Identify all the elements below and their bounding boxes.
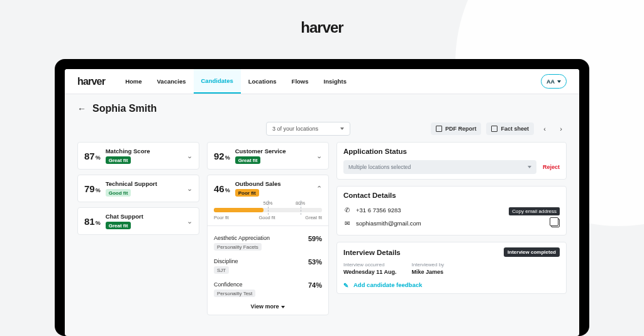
score-label: Technical Support (106, 180, 182, 187)
toolbar: 3 of your locations PDF Report Fact shee… (77, 122, 567, 136)
add-feedback-button[interactable]: Add candidate feedback (343, 281, 560, 288)
nav-item-locations[interactable]: Locations (241, 69, 284, 94)
nav-items: Home Vacancies Candidates Locations Flow… (118, 69, 354, 94)
score-column-a: 87% Matching Score Great fit ⌄ 79% Techn… (77, 142, 199, 235)
score-value: 87% (84, 151, 101, 161)
application-status-title: Application Status (343, 148, 560, 155)
page-title: Sophia Smith (92, 103, 157, 114)
chevron-down-icon[interactable]: ⌄ (316, 152, 322, 160)
interviewed-by-value: Mike James (412, 269, 445, 275)
fit-bar-track: 50% 80% (214, 208, 322, 212)
facet-title: Aesthetic Appreciation (214, 235, 270, 241)
status-select-label: Multiple locations selected (348, 164, 411, 170)
score-card-chat-support[interactable]: 81% Chat Support Great fit ⌄ (77, 207, 199, 235)
mail-icon: ✉ (343, 220, 351, 227)
screen: harver Home Vacancies Candidates Locatio… (65, 69, 579, 336)
facet-value: 59% (308, 235, 322, 242)
top-nav: harver Home Vacancies Candidates Locatio… (65, 69, 579, 94)
score-label: Chat Support (106, 213, 182, 220)
contact-details-card: Contact Details ✆ +31 6 7356 9283 ✉ soph… (336, 186, 567, 236)
phone-icon: ✆ (343, 207, 351, 214)
score-card-customer-service[interactable]: 92% Customer Service Great fit ⌄ (207, 142, 329, 170)
score-card-matching[interactable]: 87% Matching Score Great fit ⌄ (77, 142, 199, 170)
facet-tag: Personality Facets (214, 243, 262, 251)
chevron-down-icon[interactable]: ⌄ (187, 185, 192, 193)
device-frame: harver Home Vacancies Candidates Locatio… (55, 59, 589, 336)
fit-badge: Great fit (106, 156, 131, 164)
locations-dropdown[interactable]: 3 of your locations (266, 122, 350, 136)
interview-details-card: Interview Details Interview completed In… (336, 242, 567, 294)
copy-email-button[interactable] (551, 219, 560, 227)
fit-badge: Great fit (235, 156, 261, 164)
email-value: sophiasmith@gmail.com (356, 220, 421, 227)
fit-badge: Great fit (106, 222, 131, 229)
fit-badge: Poor fit (235, 189, 259, 197)
application-status-card: Application Status Multiple locations se… (336, 142, 567, 180)
right-column: Application Status Multiple locations se… (336, 142, 567, 294)
chevron-down-icon[interactable]: ⌄ (187, 217, 192, 225)
facet-value: 53% (308, 258, 322, 266)
pdf-icon (436, 126, 442, 132)
content: ← Sophia Smith 3 of your locations PDF R… (65, 94, 579, 336)
status-select[interactable]: Multiple locations selected (343, 160, 536, 174)
pdf-report-button[interactable]: PDF Report (431, 122, 482, 135)
facet-row: Discipline SJT 53% (214, 254, 322, 278)
chevron-down-icon (557, 80, 561, 83)
interviewed-by-label: Interviewed by (412, 262, 445, 268)
score-value: 46% (214, 183, 230, 194)
tick-50-label: 50% (263, 200, 272, 206)
fit-bar-legend: Poor fit Good fit Great fit (214, 215, 322, 220)
title-row: ← Sophia Smith (77, 103, 567, 114)
score-column-b: 92% Customer Service Great fit ⌄ 46% Out… (207, 142, 329, 315)
back-button[interactable]: ← (77, 104, 86, 113)
facet-title: Confidence (214, 281, 255, 288)
score-card-outbound-sales: 46% Outbound Sales Poor fit ⌃ 50 (207, 175, 329, 315)
fit-badge: Good fit (106, 189, 131, 197)
score-value: 92% (214, 151, 230, 161)
contact-email-row: ✉ sophiasmith@gmail.com Copy email addre… (343, 216, 560, 230)
user-menu[interactable]: AA (541, 74, 567, 89)
facet-tag: Personailty Test (214, 290, 255, 297)
phone-value: +31 6 7356 9283 (356, 207, 401, 214)
interview-status-chip: Interview completed (504, 247, 560, 257)
user-initials: AA (547, 79, 555, 85)
chevron-down-icon (340, 127, 344, 130)
facet-value: 74% (308, 281, 322, 289)
fact-sheet-label: Fact sheet (501, 126, 529, 132)
view-more-button[interactable]: View more (214, 301, 322, 310)
add-feedback-label: Add candidate feedback (353, 281, 422, 288)
tick-80-label: 80% (296, 200, 305, 206)
nav-item-flows[interactable]: Flows (284, 69, 316, 94)
nav-item-home[interactable]: Home (118, 69, 149, 94)
pager-prev[interactable]: ‹ (539, 123, 550, 134)
facet-title: Discipline (214, 258, 238, 264)
chevron-down-icon[interactable]: ⌄ (187, 152, 192, 160)
score-label: Outbound Sales (235, 180, 311, 187)
nav-item-insights[interactable]: Insights (316, 69, 354, 94)
facet-row: Confidence Personailty Test 74% (214, 278, 322, 301)
locations-label: 3 of your locations (272, 126, 318, 132)
facet-tag: SJT (214, 266, 229, 274)
fact-sheet-button[interactable]: Fact sheet (486, 122, 534, 135)
page-logo: harver (0, 19, 644, 36)
interview-occurred-label: Interview occurred (343, 262, 397, 268)
score-value: 81% (84, 216, 101, 227)
copy-email-tooltip: Copy email address (509, 207, 560, 215)
contact-title: Contact Details (343, 192, 560, 199)
score-card-technical-support[interactable]: 79% Technical Support Good fit ⌄ (77, 175, 199, 202)
chevron-up-icon[interactable]: ⌃ (316, 185, 322, 193)
interview-title: Interview Details (343, 249, 401, 256)
app-brand: harver (77, 69, 105, 94)
interview-occurred-value: Wednesday 11 Aug. (343, 269, 397, 275)
pencil-icon (343, 282, 350, 288)
facet-row: Aesthetic Appreciation Personality Facet… (214, 231, 322, 254)
score-value: 79% (84, 183, 101, 194)
nav-item-candidates[interactable]: Candidates (194, 69, 241, 94)
reject-button[interactable]: Reject (543, 164, 560, 170)
score-label: Matching Score (106, 148, 182, 154)
sheet-icon (491, 126, 497, 132)
pdf-report-label: PDF Report (445, 126, 477, 132)
chevron-down-icon (528, 166, 531, 168)
nav-item-vacancies[interactable]: Vacancies (150, 69, 194, 94)
pager-next[interactable]: › (555, 123, 567, 134)
